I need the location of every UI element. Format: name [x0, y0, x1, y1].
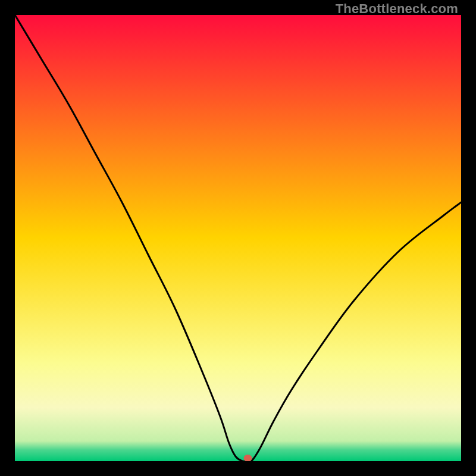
plot-area — [15, 15, 461, 461]
chart-svg — [15, 15, 461, 461]
gradient-background — [15, 15, 461, 461]
watermark-text: TheBottleneck.com — [336, 1, 458, 17]
chart-frame: TheBottleneck.com — [0, 0, 476, 476]
